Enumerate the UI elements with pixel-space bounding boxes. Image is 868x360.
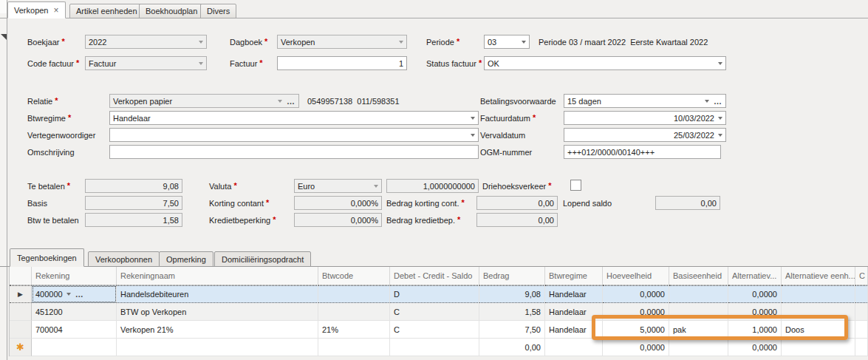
cell-cutoff[interactable]	[855, 339, 868, 356]
cell-alternatiev[interactable]: 1,0000	[728, 321, 782, 339]
col-header-basiseenheid[interactable]: Basiseenheid	[669, 267, 728, 285]
cell-alternatieve-eenh[interactable]	[782, 339, 855, 356]
cell-bedrag[interactable]: 7,50	[479, 321, 545, 339]
vertegenwoordiger-select[interactable]	[109, 128, 479, 142]
cell-debet-credit-saldo[interactable]	[390, 339, 479, 356]
periode-select[interactable]: 03	[484, 35, 530, 49]
col-header-rekening[interactable]: Rekening	[32, 267, 117, 285]
cell-btwregime[interactable]: Handelaar	[545, 321, 603, 339]
cell-basiseenheid[interactable]: pak	[669, 321, 728, 339]
close-tab-icon[interactable]: ×	[53, 7, 58, 14]
cell-debet-credit-saldo[interactable]: C	[390, 303, 479, 321]
col-header-btwregime[interactable]: Btwregime	[545, 267, 603, 285]
tab-domicilieringsopdracht[interactable]: Domiciliëringsopdracht	[214, 251, 311, 267]
cell-rekening[interactable]: 700004	[32, 321, 117, 339]
invoice-entry-window: { "colors": { "annotation_orange": "#e89…	[0, 0, 868, 360]
cell-rekening[interactable]	[32, 339, 117, 356]
driehoeksverkeer-checkbox[interactable]	[570, 180, 581, 191]
cell-bedrag[interactable]: 1,58	[479, 303, 545, 321]
cell-basiseenheid[interactable]	[669, 303, 728, 321]
basis-field: 7,50	[85, 196, 182, 210]
chevron-down-icon	[471, 134, 475, 137]
te-betalen-field: 9,08	[85, 179, 182, 193]
valuta-select[interactable]: Euro	[294, 179, 382, 193]
tab-boekhoudplan[interactable]: Boekhoudplan	[139, 4, 204, 18]
grid-new-row[interactable]: ✱ 0,00 0,0000 0,0000	[10, 339, 868, 356]
cell-btwcode[interactable]	[318, 339, 390, 356]
cell-cutoff[interactable]	[855, 285, 868, 303]
cell-cutoff[interactable]	[855, 321, 868, 339]
factuurdatum-picker[interactable]: 10/03/2022	[564, 111, 726, 125]
cell-bedrag[interactable]: 0,00	[479, 339, 545, 356]
chevron-down-icon	[399, 41, 403, 44]
ogm-nummer-input[interactable]: +++012/0000/00140+++	[564, 145, 721, 159]
status-factuur-select[interactable]: OK	[484, 56, 726, 70]
col-header-btwcode[interactable]: Btwcode	[318, 267, 390, 285]
collapse-panel-icon[interactable]	[1, 34, 7, 40]
omschrijving-input[interactable]	[109, 145, 479, 159]
tab-opmerking[interactable]: Opmerking	[159, 251, 213, 267]
betalingsvoorwaarde-select[interactable]: 15 dagen …	[564, 94, 726, 108]
cell-btwcode[interactable]	[318, 303, 390, 321]
cell-alternatieve-eenh[interactable]	[782, 303, 855, 321]
cell-debet-credit-saldo[interactable]: C	[390, 321, 479, 339]
btwregime-select[interactable]: Handelaar	[109, 111, 479, 125]
periode-description: Periode 03 / maart 2022 Eerste Kwartaal …	[539, 38, 708, 47]
cell-rekeningnaam[interactable]: Handelsdebiteuren	[117, 285, 318, 303]
betalingsvoorwaarde-lookup-icon[interactable]: …	[714, 98, 722, 104]
cell-rekeningnaam[interactable]	[117, 339, 318, 356]
cell-btwregime[interactable]	[545, 339, 603, 356]
factuur-input[interactable]: 1	[277, 56, 407, 70]
col-header-alternatieve-eenh[interactable]: Alternatieve eenh...	[782, 267, 855, 285]
cell-alternatiev[interactable]: 0,0000	[728, 339, 782, 356]
cell-btwregime[interactable]: Handelaar	[545, 303, 603, 321]
code-factuur-value: Factuur	[89, 59, 195, 68]
vervaldatum-picker[interactable]: 25/03/2022	[564, 128, 726, 142]
cell-hoeveelheid[interactable]: 0,0000	[603, 285, 669, 303]
driehoeksverkeer-label: Driehoeksverkeer	[482, 182, 551, 191]
cell-btwcode[interactable]	[318, 285, 390, 303]
vervaldatum-label: Vervaldatum	[480, 131, 525, 140]
betalingsvoorwaarde-label: Betalingsvoorwaarde	[480, 97, 556, 106]
relatie-select[interactable]: Verkopen papier …	[109, 94, 299, 108]
col-header-cutoff[interactable]: C	[855, 267, 868, 285]
tab-verkoopbonnen[interactable]: Verkoopbonnen	[88, 251, 160, 267]
relatie-lookup-icon[interactable]: …	[287, 98, 295, 104]
boekjaar-select[interactable]: 2022	[85, 35, 207, 49]
col-header-alternatiev[interactable]: Alternatiev...	[728, 267, 782, 285]
cell-btwcode[interactable]: 21%	[318, 321, 390, 339]
cell-alternatiev[interactable]: 0,0000	[728, 285, 782, 303]
cell-alternatieve-eenh[interactable]	[782, 285, 855, 303]
cell-basiseenheid[interactable]	[669, 285, 728, 303]
grid-row-451200[interactable]: 451200 BTW op Verkopen C 1,58 Handelaar …	[10, 303, 868, 321]
col-header-rekeningnaam[interactable]: Rekeningnaam	[117, 267, 318, 285]
cell-hoeveelheid[interactable]: 0,0000	[603, 303, 669, 321]
cell-bedrag[interactable]: 9,08	[479, 285, 545, 303]
grid-row-400000[interactable]: ▶ 400000 … Handelsdebiteuren D 9,08 Hand…	[10, 285, 868, 303]
cell-alternatiev[interactable]: 0,0000	[728, 303, 782, 321]
cell-btwregime[interactable]: Handelaar	[545, 285, 603, 303]
cell-cutoff[interactable]	[855, 303, 868, 321]
cell-rekeningnaam[interactable]: Verkopen 21%	[117, 321, 318, 339]
cell-rekening[interactable]: 451200	[32, 303, 117, 321]
col-header-bedrag[interactable]: Bedrag	[479, 267, 545, 285]
tab-verkopen[interactable]: Verkopen ×	[7, 1, 66, 18]
cell-basiseenheid[interactable]	[669, 339, 728, 356]
tab-divers[interactable]: Divers	[200, 4, 236, 18]
cell-hoeveelheid[interactable]: 0,0000	[603, 339, 669, 356]
tab-tegenboekingen[interactable]: Tegenboekingen	[10, 248, 84, 267]
bedrag-kredietbep-field: 0,00	[476, 213, 558, 227]
cell-rekeningnaam[interactable]: BTW op Verkopen	[117, 303, 318, 321]
code-factuur-select[interactable]: Factuur	[85, 56, 207, 70]
col-header-debet-credit-saldo[interactable]: Debet - Credit - Saldo	[390, 267, 479, 285]
factuur-label: Factuur	[230, 59, 263, 68]
cell-hoeveelheid[interactable]: 5,0000	[603, 321, 669, 339]
rekening-lookup-icon[interactable]: …	[75, 291, 84, 297]
dagboek-select[interactable]: Verkopen	[277, 35, 407, 49]
cell-debet-credit-saldo[interactable]: D	[390, 285, 479, 303]
tab-artikel-eenheden[interactable]: Artikel eenheden	[69, 4, 144, 18]
cell-alternatieve-eenh[interactable]: Doos	[782, 321, 855, 339]
grid-row-700004[interactable]: 700004 Verkopen 21% 21% C 7,50 Handelaar…	[10, 321, 868, 339]
col-header-hoeveelheid[interactable]: Hoeveelheid	[603, 267, 669, 285]
cell-rekening[interactable]: 400000 …	[32, 285, 117, 303]
